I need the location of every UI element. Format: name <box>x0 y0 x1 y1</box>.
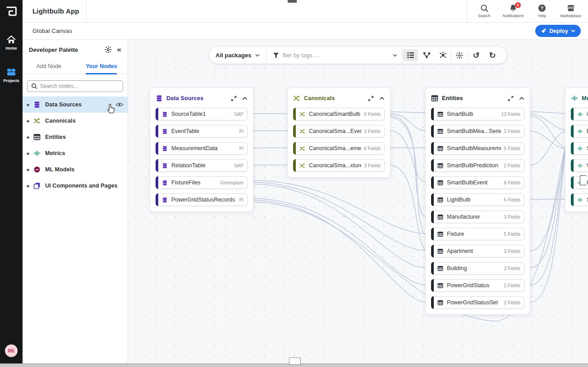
node-card[interactable]: SmartBulbMea...Series2 Fields <box>431 125 524 138</box>
table-icon <box>437 214 443 220</box>
node-card[interactable]: Sw <box>571 142 588 155</box>
node-card[interactable]: Du <box>571 125 588 138</box>
node-card[interactable]: LightBulb5 Fields <box>431 193 524 206</box>
node-accent-bar <box>156 125 158 138</box>
topbar-action-help[interactable]: ? Help <box>528 0 556 23</box>
network-layout-icon[interactable] <box>435 49 450 61</box>
global-canvas[interactable]: All packages filer by tags ... ↺ ↻ Data … <box>128 40 588 363</box>
sidebar-item-metrics[interactable]: ▶ Metrics <box>23 145 128 161</box>
package-filter-dropdown[interactable]: All packages <box>216 52 266 59</box>
sidebar-item-ml-models[interactable]: ▶ ML Models <box>23 161 128 178</box>
connector-edge <box>390 131 425 182</box>
node-card[interactable]: EventTablePi <box>156 125 248 138</box>
expand-caret-icon[interactable]: ▶ <box>27 119 33 123</box>
expand-caret-icon[interactable]: ▶ <box>27 184 33 188</box>
eye-icon[interactable] <box>116 101 123 108</box>
sidebar-item-data-sources[interactable]: ▶ Data Sources <box>23 96 128 113</box>
connector-edge <box>530 132 565 165</box>
list-view-icon[interactable] <box>403 49 418 61</box>
chevron-down-icon <box>571 29 575 32</box>
node-card[interactable]: CanonicalSma...Event3 Fields <box>293 125 385 138</box>
tab-add-node[interactable]: Add Node <box>23 59 75 73</box>
topbar-action-notifications[interactable]: Notifications5 <box>499 0 528 23</box>
node-search-box[interactable] <box>27 80 123 92</box>
sidebar-item-entities[interactable]: ▶ Entities <box>23 129 128 145</box>
node-tag: 2 Fields <box>501 128 520 134</box>
node-card[interactable]: Sw <box>571 193 588 206</box>
sidebar-item-canonicals[interactable]: ▶ Canonicals <box>23 113 128 129</box>
settings-gear-icon[interactable] <box>452 49 467 61</box>
expand-group-icon[interactable] <box>368 96 374 101</box>
top-drag-handle[interactable] <box>288 0 297 3</box>
bottom-drag-handle[interactable] <box>289 358 301 365</box>
node-tag: SAP <box>231 111 243 117</box>
node-card[interactable]: Building3 Fields <box>431 262 524 275</box>
tab-label: Your Nodes <box>86 63 117 74</box>
node-card[interactable]: PowerGridStatus2 Fields <box>431 279 524 292</box>
deploy-button[interactable]: Deploy <box>535 25 581 37</box>
tag-filter-input[interactable]: filer by tags ... <box>266 47 402 64</box>
collapse-group-icon[interactable] <box>242 96 248 101</box>
waveform-icon <box>577 128 583 134</box>
sidebar-item-ui-components-and-pages[interactable]: ▶ UI Components and Pages <box>23 178 128 194</box>
node-card[interactable]: PowerGridStatusRecordsPi <box>156 193 248 206</box>
node-card[interactable]: CanonicalSma...ement6 Fields <box>293 142 385 155</box>
node-tag: 3 Fields <box>501 248 520 254</box>
package-filter-value: All packages <box>216 52 252 59</box>
topbar-action-marketplace[interactable]: Marketplace <box>556 0 585 23</box>
expand-caret-icon[interactable]: ▶ <box>27 168 33 172</box>
expand-caret-icon[interactable]: ▶ <box>27 135 33 139</box>
topbar-action-label: Help <box>538 14 546 18</box>
node-card[interactable]: SmartBulbPrediction2 Fields <box>431 159 524 172</box>
node-name: PowerGridStatus <box>447 282 489 289</box>
node-card[interactable]: SmartBulbEvent8 Fields <box>431 176 524 189</box>
collapse-group-icon[interactable] <box>379 96 385 101</box>
palette-item-label: Canonicals <box>45 118 76 124</box>
node-card[interactable]: PowerGridStatusSet2 Fields <box>431 296 524 309</box>
rocket-icon <box>541 28 547 34</box>
group-me: Me isD Du Sw Wi H Sw <box>565 87 588 212</box>
chevron-down-icon[interactable] <box>393 54 397 57</box>
redo-icon[interactable]: ↻ <box>485 49 500 61</box>
node-card[interactable]: Manufacturer3 Fields <box>431 211 524 223</box>
rail-item-home[interactable]: Home <box>3 35 19 50</box>
node-tag: 2 Fields <box>501 163 520 168</box>
collapse-group-icon[interactable] <box>519 96 524 101</box>
table-icon <box>437 300 443 306</box>
node-card[interactable]: MeasurementDataPi <box>156 142 248 155</box>
rail-item-projects[interactable]: Projects <box>3 68 19 83</box>
c3-logo[interactable] <box>5 5 18 18</box>
node-card[interactable]: isD <box>571 108 588 120</box>
user-avatar[interactable]: RK <box>5 344 18 357</box>
node-card[interactable]: Apartment3 Fields <box>431 245 524 257</box>
search-nodes-input[interactable] <box>40 83 119 89</box>
waveform-icon <box>571 95 578 102</box>
node-card[interactable]: FixtureFilesGreenplum <box>156 176 248 189</box>
node-accent-bar <box>431 245 434 257</box>
node-name: PowerGridStatusRecords <box>171 197 235 203</box>
waveform-icon <box>33 150 45 157</box>
expand-group-icon[interactable] <box>231 96 237 101</box>
expand-caret-icon[interactable]: ▶ <box>27 103 33 107</box>
node-card[interactable]: Fixture5 Fields <box>431 228 524 240</box>
expand-caret-icon[interactable]: ▶ <box>27 151 33 156</box>
settings-gear-icon[interactable] <box>105 46 112 53</box>
undo-icon[interactable]: ↺ <box>469 49 484 61</box>
tree-layout-icon[interactable] <box>419 49 434 61</box>
node-name: RelationTable <box>171 162 206 169</box>
tab-your-nodes[interactable]: Your Nodes <box>75 59 128 73</box>
node-card[interactable]: SmartBulbMeasurement5 Fields <box>431 142 524 155</box>
node-card[interactable]: CanonicalSma...xture3 Fields <box>293 159 385 172</box>
collapse-panel-icon[interactable]: « <box>117 46 121 53</box>
group-title: Data Sources <box>166 95 203 101</box>
topbar-action-search[interactable]: Search <box>470 0 499 23</box>
database-icon <box>162 163 168 169</box>
node-card[interactable]: SmartBulb13 Fields <box>431 108 524 120</box>
node-card[interactable]: CanonicalSmartBulb9 Fields <box>293 108 385 120</box>
node-card[interactable]: RelationTableSAP <box>156 159 248 172</box>
node-card[interactable]: SourceTable1SAP <box>156 108 248 120</box>
node-accent-bar <box>571 108 574 120</box>
node-name: Manufacturer <box>447 214 480 220</box>
expand-group-icon[interactable] <box>508 96 514 101</box>
node-card[interactable]: Wi <box>571 159 588 172</box>
